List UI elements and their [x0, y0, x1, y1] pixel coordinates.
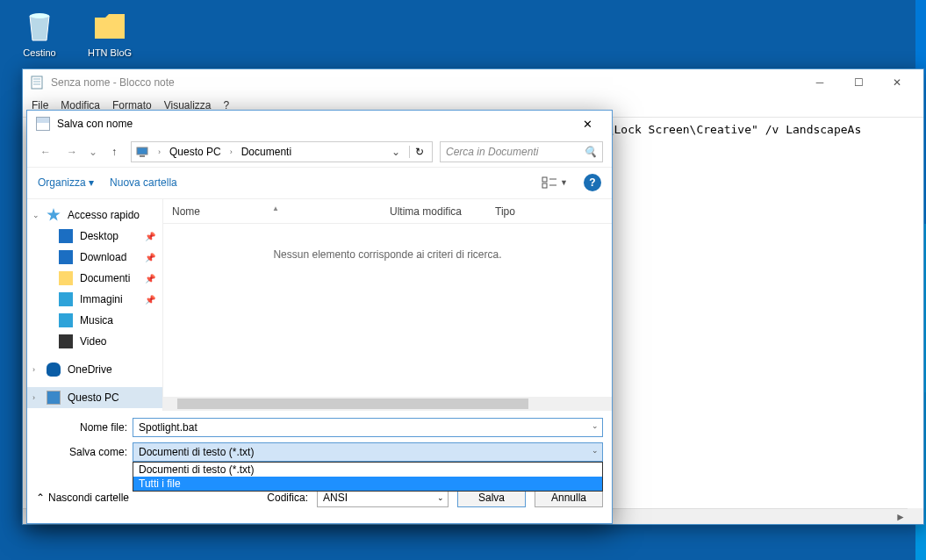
column-modified[interactable]: Ultima modifica	[381, 205, 486, 218]
saveas-dropdown-list: Documenti di testo (*.txt) Tutti i file	[133, 462, 603, 492]
onedrive-icon	[47, 363, 61, 377]
desktop-icon-htn-blog[interactable]: HTN BloG	[79, 7, 140, 58]
desktop-icon-recycle-bin[interactable]: Cestino	[9, 7, 70, 58]
saveas-select[interactable]: Documenti di testo (*.txt)⌄	[133, 442, 603, 462]
address-bar[interactable]: › Questo PC › Documenti ⌄ ↻	[131, 141, 433, 162]
column-headers: Nome▲ Ultima modifica Tipo	[163, 199, 612, 224]
address-dropdown[interactable]: ⌄	[388, 146, 404, 158]
filelist-scrollbar[interactable]	[163, 397, 612, 411]
pc-icon	[135, 145, 149, 159]
column-name[interactable]: Nome▲	[163, 205, 381, 218]
pin-icon: 📌	[145, 295, 155, 305]
minimize-button[interactable]: ─	[800, 70, 839, 95]
column-type[interactable]: Tipo	[486, 205, 556, 218]
help-button[interactable]: ?	[584, 174, 601, 191]
pin-icon: 📌	[145, 232, 155, 241]
organize-button[interactable]: Organizza ▾	[38, 176, 94, 189]
chevron-down-icon[interactable]: ⌄	[592, 446, 599, 455]
scroll-right-arrow[interactable]: ►	[894, 509, 908, 525]
view-mode-button[interactable]: ▼	[542, 176, 568, 189]
search-input[interactable]: Cerca in Documenti 🔍	[440, 141, 603, 162]
svg-rect-5	[137, 147, 147, 154]
dialog-navrow: ← → ⌄ ↑ › Questo PC › Documenti ⌄ ↻ Cerc…	[27, 137, 612, 167]
sidebar-item-download[interactable]: Download📌	[27, 247, 162, 268]
refresh-button[interactable]: ↻	[409, 146, 428, 158]
svg-rect-7	[542, 177, 547, 182]
new-folder-button[interactable]: Nuova cartella	[110, 176, 177, 189]
svg-rect-8	[542, 183, 547, 188]
filename-label: Nome file:	[36, 421, 133, 434]
recycle-bin-icon	[21, 7, 58, 44]
dialog-title: Salva con nome	[57, 118, 568, 130]
dialog-icon	[36, 117, 50, 131]
sidebar-item-documenti[interactable]: Documenti📌	[27, 268, 162, 289]
close-button[interactable]: ✕	[878, 70, 916, 95]
dialog-sidebar: ⌄Accesso rapido Desktop📌 Download📌 Docum…	[27, 199, 162, 411]
svg-rect-1	[32, 76, 42, 89]
sidebar-item-desktop[interactable]: Desktop📌	[27, 226, 162, 247]
hide-folders-button[interactable]: ⌃Nascondi cartelle	[36, 492, 129, 504]
svg-rect-6	[140, 155, 145, 157]
scroll-corner	[908, 508, 923, 524]
nav-forward-button[interactable]: →	[62, 142, 82, 162]
notepad-icon	[30, 75, 44, 90]
download-icon	[59, 250, 73, 264]
saveas-option-txt[interactable]: Documenti di testo (*.txt)	[133, 463, 602, 477]
desktop-icon-label: HTN BloG	[79, 47, 140, 58]
notepad-titlebar[interactable]: Senza nome - Blocco note ─ ☐ ✕	[23, 69, 923, 96]
dialog-close-button[interactable]: ✕	[568, 111, 607, 136]
video-icon	[59, 334, 73, 348]
breadcrumb-root[interactable]: Questo PC	[169, 146, 221, 158]
sidebar-item-immagini[interactable]: Immagini📌	[27, 289, 162, 310]
expand-icon[interactable]: ›	[32, 393, 35, 402]
sidebar-item-video[interactable]: Video	[27, 331, 162, 352]
saveas-label: Salva come:	[36, 446, 133, 458]
desktop-icon	[59, 229, 73, 243]
folder-icon	[59, 271, 73, 285]
sidebar-item-questo-pc[interactable]: ›Questo PC	[27, 387, 162, 408]
pc-icon	[47, 391, 61, 405]
sidebar-item-musica[interactable]: Musica	[27, 310, 162, 331]
pin-icon: 📌	[145, 253, 155, 262]
expand-icon[interactable]: ›	[32, 365, 35, 374]
dialog-titlebar[interactable]: Salva con nome ✕	[27, 111, 612, 137]
nav-history-dropdown[interactable]: ⌄	[89, 146, 97, 158]
sidebar-item-onedrive[interactable]: ›OneDrive	[27, 359, 162, 380]
save-dialog: Salva con nome ✕ ← → ⌄ ↑ › Questo PC › D…	[26, 110, 613, 524]
svg-point-0	[30, 13, 49, 18]
scroll-thumb[interactable]	[177, 398, 528, 409]
maximize-button[interactable]: ☐	[839, 70, 878, 95]
filename-input[interactable]: Spotlight.bat⌄	[133, 418, 603, 437]
saveas-option-all[interactable]: Tutti i file	[133, 477, 602, 491]
chevron-up-icon: ⌃	[36, 492, 45, 504]
chevron-down-icon[interactable]: ⌄	[437, 493, 444, 502]
nav-up-button[interactable]: ↑	[104, 142, 124, 162]
breadcrumb-current[interactable]: Documenti	[241, 146, 291, 158]
images-icon	[59, 292, 73, 306]
dialog-toolbar: Organizza ▾ Nuova cartella ▼ ?	[27, 167, 612, 197]
chevron-right-icon[interactable]: ›	[230, 147, 233, 156]
folder-icon	[91, 7, 128, 44]
desktop-icon-label: Cestino	[9, 47, 70, 58]
music-icon	[59, 313, 73, 327]
file-list: Nome▲ Ultima modifica Tipo Nessun elemen…	[162, 199, 612, 411]
view-icon	[542, 176, 557, 189]
chevron-down-icon[interactable]: ⌄	[592, 421, 599, 430]
encoding-label: Codifica:	[267, 492, 308, 504]
expand-icon[interactable]: ⌄	[32, 211, 39, 219]
notepad-title: Senza nome - Blocco note	[51, 76, 800, 89]
search-placeholder: Cerca in Documenti	[446, 146, 538, 158]
sort-asc-icon: ▲	[272, 205, 279, 212]
chevron-right-icon[interactable]: ›	[158, 147, 161, 156]
pin-icon: 📌	[145, 274, 155, 284]
search-icon: 🔍	[584, 146, 597, 158]
empty-message: Nessun elemento corrisponde ai criteri d…	[163, 224, 612, 285]
nav-back-button[interactable]: ←	[36, 142, 55, 162]
sidebar-item-quick-access[interactable]: ⌄Accesso rapido	[27, 205, 162, 226]
star-icon	[47, 208, 61, 222]
dialog-bottom: Nome file: Spotlight.bat⌄ Salva come: Do…	[27, 411, 612, 523]
